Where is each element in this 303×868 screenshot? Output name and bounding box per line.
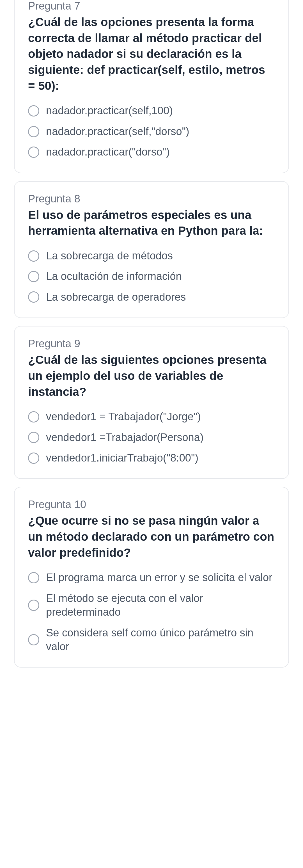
option-row[interactable]: vendedor1.iniciarTrabajo("8:00") bbox=[28, 451, 275, 465]
radio-icon[interactable] bbox=[28, 411, 39, 423]
question-title: El uso de parámetros especiales es una h… bbox=[28, 207, 275, 239]
radio-icon[interactable] bbox=[28, 453, 39, 464]
option-label: nadador.practicar(self,"dorso") bbox=[46, 125, 189, 138]
option-label: La sobrecarga de métodos bbox=[46, 249, 173, 263]
option-label: El programa marca un error y se solicita… bbox=[46, 571, 272, 585]
radio-icon[interactable] bbox=[28, 147, 39, 158]
option-row[interactable]: vendedor1 =Trabajador(Persona) bbox=[28, 431, 275, 444]
question-title: ¿Cuál de las opciones presenta la forma … bbox=[28, 14, 275, 94]
option-label: vendedor1.iniciarTrabajo("8:00") bbox=[46, 451, 198, 465]
radio-icon[interactable] bbox=[28, 600, 39, 611]
option-row[interactable]: vendedor1 = Trabajador("Jorge") bbox=[28, 410, 275, 424]
option-row[interactable]: nadador.practicar(self,"dorso") bbox=[28, 125, 275, 138]
question-card: Pregunta 8 El uso de parámetros especial… bbox=[14, 181, 289, 318]
option-row[interactable]: La ocultación de información bbox=[28, 270, 275, 283]
radio-icon[interactable] bbox=[28, 291, 39, 303]
option-label: nadador.practicar("dorso") bbox=[46, 145, 170, 159]
question-card: Pregunta 10 ¿Que ocurre si no se pasa ni… bbox=[14, 487, 289, 668]
option-label: nadador.practicar(self,100) bbox=[46, 104, 173, 118]
option-label: La ocultación de información bbox=[46, 270, 182, 283]
question-card: Pregunta 7 ¿Cuál de las opciones present… bbox=[14, 0, 289, 173]
options-group: nadador.practicar(self,100) nadador.prac… bbox=[28, 104, 275, 159]
question-card: Pregunta 9 ¿Cuál de las siguientes opcio… bbox=[14, 326, 289, 479]
option-row[interactable]: nadador.practicar(self,100) bbox=[28, 104, 275, 118]
question-title: ¿Que ocurre si no se pasa ningún valor a… bbox=[28, 513, 275, 561]
question-number: Pregunta 9 bbox=[28, 338, 275, 350]
option-row[interactable]: La sobrecarga de operadores bbox=[28, 290, 275, 304]
option-label: Se considera self como único parámetro s… bbox=[46, 626, 275, 654]
option-label: vendedor1 =Trabajador(Persona) bbox=[46, 431, 204, 444]
options-group: La sobrecarga de métodos La ocultación d… bbox=[28, 249, 275, 304]
option-label: El método se ejecuta con el valor predet… bbox=[46, 591, 275, 619]
question-title: ¿Cuál de las siguientes opciones present… bbox=[28, 352, 275, 400]
option-row[interactable]: Se considera self como único parámetro s… bbox=[28, 626, 275, 654]
options-group: El programa marca un error y se solicita… bbox=[28, 571, 275, 653]
question-number: Pregunta 7 bbox=[28, 0, 275, 12]
question-number: Pregunta 8 bbox=[28, 193, 275, 205]
radio-icon[interactable] bbox=[28, 250, 39, 261]
radio-icon[interactable] bbox=[28, 126, 39, 137]
option-row[interactable]: La sobrecarga de métodos bbox=[28, 249, 275, 263]
option-label: La sobrecarga de operadores bbox=[46, 290, 186, 304]
radio-icon[interactable] bbox=[28, 271, 39, 282]
option-row[interactable]: El programa marca un error y se solicita… bbox=[28, 571, 275, 585]
radio-icon[interactable] bbox=[28, 634, 39, 645]
radio-icon[interactable] bbox=[28, 432, 39, 443]
question-number: Pregunta 10 bbox=[28, 499, 275, 510]
option-label: vendedor1 = Trabajador("Jorge") bbox=[46, 410, 201, 424]
option-row[interactable]: El método se ejecuta con el valor predet… bbox=[28, 591, 275, 619]
options-group: vendedor1 = Trabajador("Jorge") vendedor… bbox=[28, 410, 275, 465]
option-row[interactable]: nadador.practicar("dorso") bbox=[28, 145, 275, 159]
radio-icon[interactable] bbox=[28, 572, 39, 583]
radio-icon[interactable] bbox=[28, 105, 39, 117]
